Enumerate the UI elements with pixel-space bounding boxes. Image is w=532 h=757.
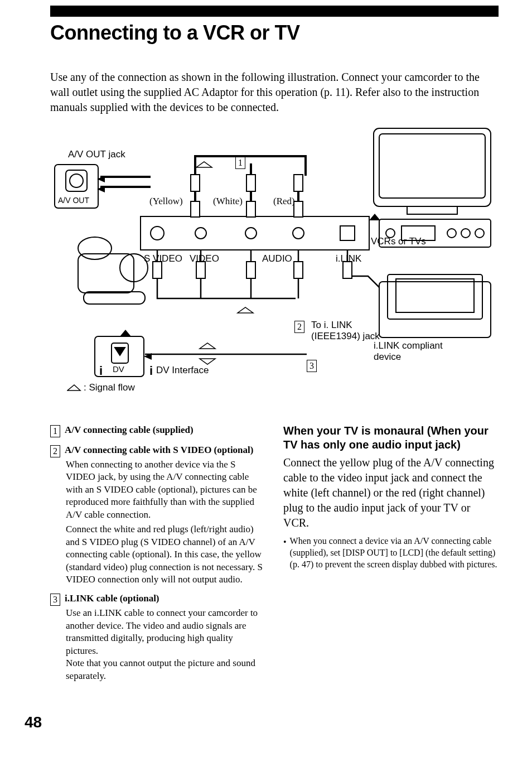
body-columns: 1 A/V connecting cable (supplied) 2 A/V … xyxy=(50,424,499,689)
item-2-body1: When connecting to another device via th… xyxy=(66,459,265,521)
right-bullet: • When you connect a device via an A/V c… xyxy=(283,535,499,570)
label-dv: DV xyxy=(113,364,124,374)
svg-rect-31 xyxy=(246,201,255,217)
label-vcrs-tvs: VCRs or TVs xyxy=(371,236,426,247)
label-red: (Red) xyxy=(273,196,295,207)
label-to-ilink: To i. LINK (IEEE1394) jack xyxy=(280,320,380,343)
legend-signal-flow: : Signal flow xyxy=(67,382,135,393)
header-bar xyxy=(50,6,499,17)
svg-rect-0 xyxy=(374,128,491,206)
svg-point-22 xyxy=(151,226,164,240)
label-video: VIDEO xyxy=(190,253,219,264)
svg-rect-15 xyxy=(84,292,145,304)
svg-rect-28 xyxy=(246,175,255,191)
left-column: 1 A/V connecting cable (supplied) 2 A/V … xyxy=(50,424,265,689)
connection-diagram: A/V OUT jack A/V OUT (Yellow) (White) (R… xyxy=(50,126,499,396)
svg-rect-26 xyxy=(340,226,355,240)
diagram-marker-3: 3 xyxy=(307,360,317,372)
item-2-marker: 2 xyxy=(50,445,60,457)
item-3-head: i.LINK cable (optional) xyxy=(65,592,159,605)
svg-point-25 xyxy=(293,228,304,239)
manual-page: Connecting to a VCR or TV Use any of the… xyxy=(0,0,532,757)
label-svideo: S VIDEO xyxy=(144,253,182,264)
svg-point-6 xyxy=(447,229,456,238)
svg-rect-27 xyxy=(191,175,200,191)
svg-rect-32 xyxy=(294,201,303,217)
right-column: When your TV is monaural (When your TV h… xyxy=(283,424,499,689)
svg-rect-13 xyxy=(78,254,134,293)
ilink-dot-icon-2: i xyxy=(149,364,153,378)
label-white: (White) xyxy=(213,196,243,207)
svg-point-24 xyxy=(245,228,257,239)
item-2-head: A/V connecting cable with S VIDEO (optio… xyxy=(65,444,253,456)
svg-rect-2 xyxy=(407,206,457,214)
ilink-dot-icon: i xyxy=(99,364,103,378)
item-1: 1 A/V connecting cable (supplied) xyxy=(50,424,265,437)
label-ilink-compliant: i.LINK compliant device xyxy=(374,340,443,363)
right-bullet-text: When you connect a device via an A/V con… xyxy=(290,535,499,570)
item-3-marker: 3 xyxy=(50,594,60,606)
label-av-out-jack: A/V OUT jack xyxy=(68,149,125,160)
svg-point-23 xyxy=(195,228,206,239)
label-yellow: (Yellow) xyxy=(149,196,183,207)
svg-rect-11 xyxy=(396,279,474,312)
svg-point-12 xyxy=(78,237,112,259)
right-para: Connect the yellow plug of the A/V conne… xyxy=(283,455,499,531)
intro-paragraph: Use any of the connection as shown in th… xyxy=(50,70,499,115)
svg-rect-30 xyxy=(191,201,200,217)
item-3: 3 i.LINK cable (optional) Use an i.LINK … xyxy=(50,592,265,682)
right-subhead: When your TV is monaural (When your TV h… xyxy=(283,424,499,452)
item-2: 2 A/V connecting cable with S VIDEO (opt… xyxy=(50,444,265,586)
item-1-head: A/V connecting cable (supplied) xyxy=(65,424,194,436)
item-3-body2: Note that you cannot output the picture … xyxy=(66,657,265,682)
diagram-marker-1: 1 xyxy=(235,157,245,169)
svg-point-8 xyxy=(475,229,484,238)
item-3-body1: Use an i.LINK cable to connect your camc… xyxy=(66,607,265,657)
svg-rect-1 xyxy=(379,134,485,198)
svg-rect-17 xyxy=(66,170,87,191)
bullet-dot-icon: • xyxy=(283,535,287,548)
label-dv-interface: DV Interface xyxy=(156,365,209,376)
svg-point-18 xyxy=(70,174,83,187)
svg-rect-36 xyxy=(294,262,303,278)
page-title: Connecting to a VCR or TV xyxy=(50,21,300,45)
item-1-marker: 1 xyxy=(50,425,60,437)
label-av-out: A/V OUT xyxy=(58,196,89,205)
item-2-body2: Connect the white and red plugs (left/ri… xyxy=(66,523,265,586)
page-number: 48 xyxy=(25,713,42,731)
svg-point-7 xyxy=(461,229,470,238)
svg-rect-29 xyxy=(294,175,303,191)
svg-rect-35 xyxy=(246,262,255,278)
label-ilink: i.LINK xyxy=(336,253,361,264)
svg-rect-21 xyxy=(141,216,369,250)
label-audio: AUDIO xyxy=(262,253,292,264)
